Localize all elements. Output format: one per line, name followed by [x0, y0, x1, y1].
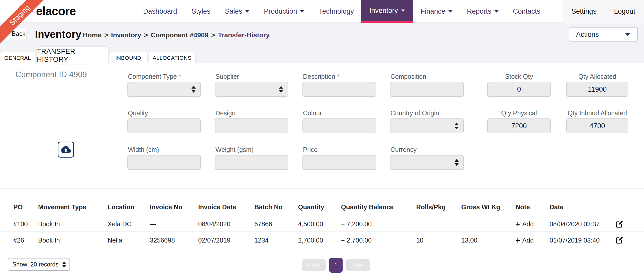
table-row: #26 Book In Nelia 3256698 02/07/2019 123… — [0, 232, 644, 248]
upload-image-button[interactable] — [58, 142, 74, 158]
breadcrumb-home[interactable]: Home — [83, 31, 101, 39]
add-note-button[interactable]: + Add — [516, 220, 550, 228]
currency-select[interactable] — [390, 155, 464, 170]
pagination: First 1 Last — [302, 257, 370, 273]
pagination-last-button[interactable]: Last — [346, 259, 370, 271]
qty-physical-field: 7200 — [487, 118, 551, 133]
cell-po: #26 — [13, 237, 38, 244]
records-per-page-select[interactable]: Show: 20 records — [8, 258, 70, 271]
inventory-transfer-history-page: elacore Staging Dashboard Styles Sales P… — [0, 0, 644, 276]
field-label: Qty Physical — [487, 109, 551, 117]
actions-dropdown[interactable]: Actions — [569, 27, 638, 42]
nav-item-technology[interactable]: Technology — [311, 0, 361, 23]
table-row: #100 Book In Xela DC --- 08/04/2020 6786… — [0, 217, 644, 232]
composition-input[interactable] — [390, 82, 464, 97]
logout-link[interactable]: Logout — [614, 7, 635, 15]
settings-link[interactable]: Settings — [571, 7, 597, 15]
field-label: Design — [215, 109, 236, 117]
qty-allocated-field: 11900 — [566, 82, 628, 97]
section-divider — [0, 188, 644, 189]
chevron-down-icon — [300, 10, 304, 13]
quality-input[interactable] — [127, 118, 201, 133]
field-label: Colour — [303, 109, 322, 117]
supplier-select[interactable] — [215, 82, 288, 97]
cell-gross-wt: 13.00 — [461, 237, 516, 244]
main-nav: Dashboard Styles Sales Production Techno… — [136, 0, 547, 23]
column-header: Rolls/Pkg — [416, 203, 461, 211]
tab-inbound[interactable]: INBOUND — [109, 52, 147, 63]
select-spinner-icon — [192, 86, 196, 93]
column-header: Gross Wt Kg — [461, 203, 516, 211]
column-header: Invoice Date — [198, 203, 254, 211]
table-header-row: PO Movement Type Location Invoice No Inv… — [0, 198, 644, 216]
tab-content: Component ID 4909 Component Type * Suppl… — [0, 63, 644, 276]
cell-batch-no: 1234 — [254, 237, 298, 244]
country-of-origin-select[interactable] — [390, 118, 464, 133]
weight-gsm-input[interactable] — [215, 155, 288, 170]
plus-icon: + — [516, 220, 520, 228]
cell-invoice-no: 3256698 — [150, 237, 198, 244]
column-header: Date — [550, 203, 615, 211]
cell-location: Xela DC — [108, 220, 150, 228]
description-input[interactable] — [302, 82, 376, 97]
component-id-label: Component ID 4909 — [15, 70, 87, 79]
column-header: PO — [13, 203, 38, 211]
nav-item-sales[interactable]: Sales — [218, 0, 257, 23]
edit-icon — [615, 236, 623, 244]
nav-item-inventory[interactable]: Inventory — [361, 0, 413, 23]
field-label: Qty Inboud Allocated — [566, 109, 628, 117]
field-label: Component Type * — [128, 73, 181, 80]
component-type-select[interactable] — [127, 82, 201, 97]
column-header: Invoice No — [150, 203, 198, 211]
width-cm-input[interactable] — [127, 155, 201, 170]
pagination-page-1[interactable]: 1 — [329, 258, 343, 273]
plus-icon: + — [516, 236, 520, 244]
field-label: Qty Allocated — [566, 73, 628, 80]
field-label: Width (cm) — [128, 146, 159, 153]
page-title: Inventory — [35, 29, 81, 40]
field-label: Composition — [390, 73, 426, 80]
design-input[interactable] — [215, 118, 288, 133]
column-header: Batch No — [254, 203, 298, 211]
cell-invoice-date: 02/07/2019 — [198, 237, 254, 244]
select-spinner-icon — [455, 123, 459, 129]
tab-general[interactable]: GENERAL — [0, 52, 35, 63]
add-note-button[interactable]: + Add — [516, 236, 550, 244]
nav-item-contacts[interactable]: Contacts — [506, 0, 548, 23]
breadcrumb-separator: > — [211, 31, 215, 39]
breadcrumb-inventory[interactable]: Inventory — [111, 31, 141, 39]
pagination-first-button[interactable]: First — [302, 259, 326, 271]
nav-item-dashboard[interactable]: Dashboard — [136, 0, 184, 23]
breadcrumb-component[interactable]: Component #4909 — [151, 31, 208, 39]
select-spinner-icon — [455, 159, 459, 166]
cell-date: 08/04/2020 03:37 — [550, 220, 615, 228]
select-spinner-icon — [279, 86, 283, 93]
logo: elacore — [36, 4, 76, 18]
colour-input[interactable] — [302, 118, 376, 133]
cloud-upload-icon — [61, 144, 71, 155]
nav-item-styles[interactable]: Styles — [184, 0, 218, 23]
qty-inbound-allocated-field: 4700 — [566, 118, 628, 133]
edit-row-button[interactable] — [615, 220, 631, 228]
cell-location: Nelia — [108, 237, 150, 244]
chevron-down-icon — [448, 10, 452, 13]
field-label: Country of Origin — [390, 109, 439, 117]
cell-invoice-date: 08/04/2020 — [198, 220, 254, 228]
cell-invoice-no: --- — [150, 220, 198, 228]
nav-item-finance[interactable]: Finance — [413, 0, 460, 23]
edit-row-button[interactable] — [615, 236, 631, 244]
cell-rolls-pkg: 10 — [416, 237, 461, 244]
column-header: Note — [516, 203, 550, 211]
stock-qty-field: 0 — [487, 82, 551, 97]
price-input[interactable] — [302, 155, 376, 170]
nav-item-production[interactable]: Production — [257, 0, 311, 23]
chevron-down-icon — [625, 33, 631, 36]
tab-allocations[interactable]: ALLOCATIONS — [149, 52, 196, 63]
tab-transfer-history[interactable]: TRANSFER-HISTORY — [37, 47, 108, 64]
cell-quantity: 4,500.00 — [298, 220, 341, 228]
component-image — [15, 89, 76, 150]
cell-quantity: 2,700.00 — [298, 237, 341, 244]
nav-item-reports[interactable]: Reports — [460, 0, 506, 23]
cell-quantity-balance: + 7,200.00 — [341, 220, 416, 228]
field-label: Price — [303, 146, 318, 153]
